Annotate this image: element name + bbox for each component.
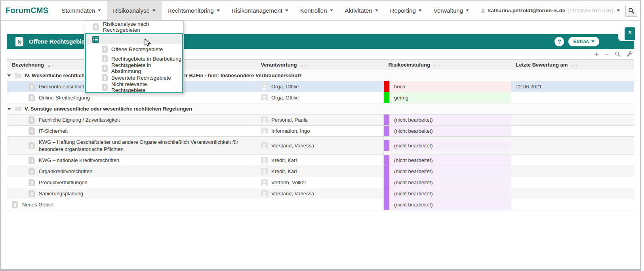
risk-label: (nicht bearbeitet): [389, 168, 433, 174]
close-icon: ✕: [628, 30, 632, 35]
table-group-row[interactable]: V. Sonstige unwesentliche oder wesentlic…: [7, 103, 634, 115]
menu-item-risikoanalyse-nach-rechtsgebieten[interactable]: § Risikoanalyse nach Rechtsgebieten: [84, 21, 183, 33]
chevron-down-icon: [617, 10, 620, 11]
column-label: Risikoeinstufung: [389, 62, 430, 68]
menu-item-label: Rechtsgebiete in Abstimmung: [111, 62, 182, 74]
paragraph-document-icon: §: [102, 46, 108, 53]
column-label: Verantwortung: [261, 62, 297, 68]
extras-button[interactable]: Extras: [568, 37, 599, 46]
nav-item-risikoanalyse[interactable]: Risikoanalyse: [107, 1, 162, 20]
nav-item-label: Aktivitäten: [345, 7, 372, 14]
risk-color-bar: [384, 126, 389, 136]
risk-color-bar: [384, 115, 389, 125]
paragraph-document-icon: §: [29, 116, 35, 124]
collapse-caret-icon[interactable]: [7, 74, 11, 77]
last-assessment-date: [511, 155, 634, 166]
paragraph-document-icon: §: [93, 23, 99, 31]
responsible-name: Orga, Ottilie: [271, 95, 299, 101]
risk-label: (nicht bearbeitet): [389, 157, 433, 163]
user-email: katharina.petzoldt@forum-is.de: [488, 8, 565, 13]
column-header-letzte-bewertung[interactable]: Letzte Bewertung am▲▼: [511, 60, 634, 70]
risk-label: (nicht bearbeitet): [389, 143, 433, 149]
nav-item-label: Kontrollen: [300, 7, 327, 14]
risk-label: (nicht bearbeitet): [389, 128, 433, 134]
sort-icons: ▲▼: [434, 62, 441, 68]
risk-rating-badge: (nicht bearbeitet): [384, 166, 511, 177]
paragraph-document-icon: §: [12, 201, 18, 208]
last-assessment-date: [511, 199, 634, 210]
last-assessment-date: [511, 177, 634, 188]
paragraph-document-icon: §: [29, 83, 35, 90]
person-icon: [261, 116, 268, 123]
nav-item-aktivitaeten[interactable]: Aktivitäten: [339, 1, 384, 20]
last-assessment-date: [511, 115, 634, 126]
paragraph-document-icon: §: [102, 55, 108, 62]
nav-item-stammdaten[interactable]: Stammdaten: [55, 1, 107, 20]
close-panel-button[interactable]: ✕: [625, 27, 635, 40]
nav-item-verwaltung[interactable]: Verwaltung: [428, 1, 475, 20]
responsible-name: Personal, Paula: [271, 117, 308, 123]
nav-item-reporting[interactable]: Reporting: [384, 1, 428, 20]
person-icon: [261, 94, 268, 101]
table-row-new-entry[interactable]: §Neues Gebiet (nicht bearbeitet): [7, 199, 634, 210]
chevron-down-icon: [285, 10, 288, 11]
table-row[interactable]: §Produktvermittlungen Vertrieb, Volker (…: [7, 177, 634, 188]
chevron-down-icon: [152, 10, 156, 11]
nav-item-rechtsmonitoring[interactable]: Rechtsmonitoring: [162, 1, 226, 20]
chevron-down-icon: [98, 10, 101, 11]
paragraph-document-icon: §: [102, 84, 108, 91]
person-icon: [261, 190, 268, 197]
last-assessment-date: [511, 166, 634, 177]
menu-item-offene-rechtsgebiete[interactable]: §Offene Rechtsgebiete: [86, 44, 182, 54]
nav-item-label: Rechtsmonitoring: [168, 7, 214, 14]
risk-color-bar: [384, 155, 389, 166]
chevron-down-icon: [330, 10, 333, 11]
collapse-caret-icon[interactable]: [7, 108, 11, 110]
nav-item-kontrollen[interactable]: Kontrollen: [294, 1, 339, 20]
row-name: Online-Streitbeilegung: [39, 94, 90, 101]
user-icon: [480, 8, 486, 13]
responsible-name: Orga, Ottilie: [271, 84, 299, 90]
column-header-verantwortung[interactable]: Verantwortung▲▼: [256, 60, 384, 70]
table-row[interactable]: §Organkreditvorschriften Kredit, Karl (n…: [7, 166, 634, 177]
settings-wrench-button[interactable]: [627, 51, 633, 57]
menu-item-rechtsgebiete[interactable]: [86, 34, 182, 44]
chevron-down-icon: [375, 10, 378, 11]
menu-item-rechtsgebiete-in-abstimmung[interactable]: §Rechtsgebiete in Abstimmung: [86, 63, 182, 73]
risk-color-bar: [384, 166, 389, 177]
app-logo[interactable]: ForumCMS: [1, 1, 55, 20]
menu-item-label: Nicht relevante Rechtsgebiete: [111, 81, 182, 93]
risk-rating-badge: (nicht bearbeitet): [384, 115, 511, 125]
menu-item-label: Rechtsgebiete in Bearbeitung: [111, 56, 181, 62]
risk-color-bar: [384, 177, 389, 188]
table-search-button[interactable]: [615, 51, 621, 57]
nav-item-label: Risikomanagement: [232, 7, 282, 14]
list-icon: [92, 36, 99, 43]
sort-icons: ▲▼: [301, 62, 308, 68]
search-icon: [628, 8, 634, 14]
help-button[interactable]: ?: [554, 37, 564, 46]
table-row[interactable]: §Sanierungsplanung Vorstand, Vanessa (ni…: [7, 188, 634, 199]
global-search-button[interactable]: [625, 5, 637, 17]
risk-rating-badge: (nicht bearbeitet): [384, 188, 511, 199]
column-header-risikoeinstufung[interactable]: Risikoeinstufung▲▼: [384, 60, 511, 70]
highlighted-menu-group: §Offene Rechtsgebiete §Rechtsgebiete in …: [85, 33, 183, 93]
table-row[interactable]: §Fachliche Eignung / Zuverlässigkeit Per…: [7, 115, 634, 126]
table-row[interactable]: §IT-Sicherheit Information, Ingo (nicht …: [7, 126, 634, 137]
risk-label: hoch: [389, 84, 405, 90]
risk-label: (nicht bearbeitet): [389, 117, 433, 123]
nav-item-risikomanagement[interactable]: Risikomanagement: [226, 1, 294, 20]
table-row[interactable]: §KWG – Haftung Geschäftsleiter und ander…: [7, 137, 634, 155]
risk-rating-badge: (nicht bearbeitet): [384, 126, 511, 136]
user-menu[interactable]: katharina.petzoldt@forum-is.de (ADMINIST…: [480, 8, 620, 13]
collapse-all-button[interactable]: −: [604, 51, 609, 58]
row-name: IT-Sicherheit: [39, 128, 68, 135]
row-name: KWG – nationale Kreditvorschriften: [39, 157, 119, 164]
expand-all-button[interactable]: +: [594, 51, 599, 58]
responsible-name: Vorstand, Vanessa: [271, 191, 314, 197]
chevron-down-icon: [466, 10, 469, 11]
menu-item-nicht-relevante-rechtsgebiete[interactable]: §Nicht relevante Rechtsgebiete: [86, 82, 182, 92]
row-name: KWG – Haftung Geschäftsleiter und andere…: [39, 139, 248, 153]
table-row[interactable]: §KWG – nationale Kreditvorschriften Kred…: [7, 155, 634, 166]
paragraph-document-icon: §: [102, 74, 108, 81]
